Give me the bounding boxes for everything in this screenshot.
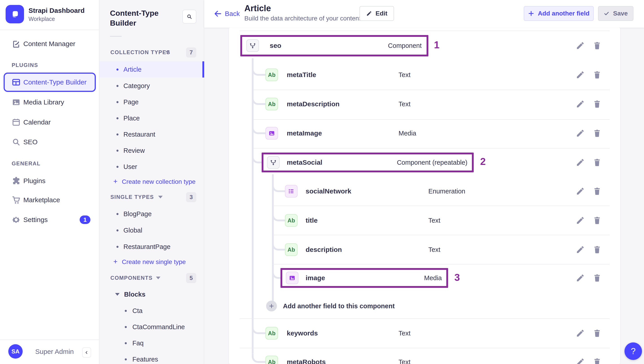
text-field-icon: Ab bbox=[266, 327, 278, 339]
divider bbox=[240, 318, 610, 319]
add-component-field-label[interactable]: Add another field to this component bbox=[283, 302, 395, 310]
edit-field-icon[interactable] bbox=[576, 70, 585, 79]
plus-icon bbox=[528, 10, 534, 17]
divider bbox=[240, 31, 610, 31]
media-library-icon bbox=[12, 98, 21, 108]
single-types-header[interactable]: SINGLE TYPES bbox=[110, 194, 154, 200]
delete-field-icon[interactable] bbox=[592, 70, 602, 79]
field-name-socialnetwork: socialNetwork bbox=[306, 188, 351, 195]
add-another-field-button[interactable]: Add another field bbox=[524, 6, 594, 21]
field-type-description: Text bbox=[428, 246, 440, 253]
components-header[interactable]: COMPONENTS bbox=[110, 275, 152, 281]
field-type-metadescription: Text bbox=[398, 100, 410, 108]
sidebar-item-seo[interactable]: SEO bbox=[23, 138, 38, 146]
edit-field-icon[interactable] bbox=[576, 41, 585, 50]
divider bbox=[254, 119, 610, 120]
components-count: 5 bbox=[186, 273, 196, 283]
sidebar-item-cta[interactable]: Cta bbox=[132, 307, 142, 315]
delete-field-icon[interactable] bbox=[592, 216, 602, 225]
component-field-icon bbox=[246, 39, 259, 52]
sidebar-item-content-manager[interactable]: Content Manager bbox=[23, 40, 76, 48]
field-name-metadescription: metaDescription bbox=[287, 100, 340, 108]
sidebar-item-page[interactable]: Page bbox=[124, 98, 139, 106]
edit-button[interactable]: Edit bbox=[360, 6, 394, 21]
divider bbox=[110, 36, 122, 37]
plus-icon bbox=[269, 303, 274, 309]
sidebar-item-article[interactable]: Article bbox=[124, 66, 142, 73]
field-type-seo: Component bbox=[319, 42, 422, 49]
sidebar-item-features[interactable]: Features bbox=[132, 356, 158, 363]
edit-field-icon[interactable] bbox=[576, 329, 585, 338]
settings-icon bbox=[12, 215, 21, 225]
sidebar-item-ctacommandline[interactable]: CtaCommandLine bbox=[132, 323, 185, 331]
sidebar-item-place[interactable]: Place bbox=[124, 115, 140, 122]
check-icon bbox=[604, 11, 610, 17]
edit-field-icon[interactable] bbox=[576, 129, 585, 138]
sidebar-item-marketplace[interactable]: Marketplace bbox=[23, 196, 60, 204]
back-link[interactable]: Back bbox=[225, 10, 240, 18]
delete-field-icon[interactable] bbox=[592, 187, 602, 196]
add-component-field-button[interactable] bbox=[266, 301, 277, 311]
sidebar-item-media-library[interactable]: Media Library bbox=[23, 98, 64, 106]
sidebar-item-calendar[interactable]: Calendar bbox=[23, 118, 51, 126]
field-type-image: Media bbox=[386, 274, 442, 282]
save-button[interactable]: Save bbox=[598, 6, 634, 21]
sidebar-item-article-active[interactable] bbox=[100, 61, 204, 78]
help-button[interactable]: ? bbox=[624, 342, 642, 360]
sidebar-item-restaurantpage[interactable]: RestaurantPage bbox=[124, 243, 170, 251]
bullet-icon bbox=[116, 166, 118, 168]
chevron-down-icon[interactable] bbox=[115, 293, 120, 296]
delete-field-icon[interactable] bbox=[592, 357, 602, 364]
single-types-count: 3 bbox=[186, 192, 196, 202]
sidebar-item-blogpage[interactable]: BlogPage bbox=[124, 210, 152, 218]
delete-field-icon[interactable] bbox=[592, 329, 602, 338]
edit-field-icon[interactable] bbox=[576, 158, 585, 167]
edit-field-icon[interactable] bbox=[576, 273, 585, 282]
chevron-left-icon bbox=[84, 350, 89, 355]
delete-field-icon[interactable] bbox=[592, 273, 602, 282]
sidebar-item-restaurant[interactable]: Restaurant bbox=[124, 131, 155, 138]
edit-field-icon[interactable] bbox=[576, 187, 585, 196]
enumeration-field-icon bbox=[285, 185, 298, 198]
plugins-icon bbox=[12, 176, 21, 186]
delete-field-icon[interactable] bbox=[592, 129, 602, 138]
field-type-socialnetwork: Enumeration bbox=[428, 188, 465, 195]
tree-line bbox=[272, 174, 274, 301]
field-name-seo: seo bbox=[270, 42, 282, 49]
bullet-icon bbox=[116, 213, 118, 215]
content-manager-icon bbox=[12, 39, 21, 49]
field-name-metatitle: metaTitle bbox=[287, 71, 316, 79]
search-icon bbox=[186, 14, 192, 20]
collapse-sidebar-button[interactable] bbox=[82, 347, 91, 358]
tree-elbow bbox=[272, 242, 285, 251]
delete-field-icon[interactable] bbox=[592, 41, 602, 50]
field-type-keywords: Text bbox=[398, 330, 410, 337]
edit-field-icon[interactable] bbox=[576, 357, 585, 364]
delete-field-icon[interactable] bbox=[592, 245, 602, 254]
delete-field-icon[interactable] bbox=[592, 158, 602, 167]
sidebar-item-review[interactable]: Review bbox=[124, 147, 145, 154]
collection-types-header[interactable]: COLLECTION TYPES bbox=[110, 49, 170, 56]
sidebar-item-faq[interactable]: Faq bbox=[132, 339, 144, 347]
edit-field-icon[interactable] bbox=[576, 100, 585, 109]
bullet-icon bbox=[116, 133, 118, 135]
edit-field-icon[interactable] bbox=[576, 245, 585, 254]
field-name-image: image bbox=[306, 274, 325, 282]
collection-types-count: 7 bbox=[186, 47, 196, 58]
delete-field-icon[interactable] bbox=[592, 100, 602, 109]
field-type-metatitle: Text bbox=[398, 71, 410, 79]
field-type-metarobots: Text bbox=[398, 358, 410, 364]
sidebar-group-blocks[interactable]: Blocks bbox=[124, 291, 146, 298]
avatar[interactable]: SA bbox=[8, 344, 23, 358]
sidebar-item-global[interactable]: Global bbox=[124, 227, 142, 234]
sidebar-item-user[interactable]: User bbox=[124, 163, 137, 170]
sidebar-item-plugins[interactable]: Plugins bbox=[23, 177, 45, 185]
sidebar-item-settings[interactable]: Settings bbox=[23, 216, 48, 224]
search-button[interactable] bbox=[182, 10, 196, 24]
sidebar-item-category[interactable]: Category bbox=[124, 82, 150, 90]
tree-elbow bbox=[252, 96, 266, 105]
edit-field-icon[interactable] bbox=[576, 216, 585, 225]
create-single-type-link[interactable]: Create new single type bbox=[122, 258, 186, 266]
divider bbox=[254, 148, 610, 148]
create-collection-type-link[interactable]: Create new collection type bbox=[122, 178, 196, 185]
